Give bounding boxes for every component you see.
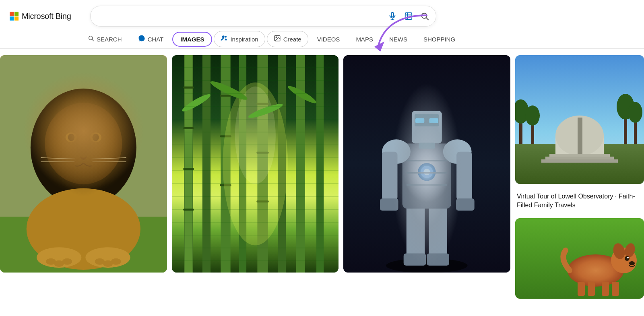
observatory-image[interactable] (515, 55, 644, 184)
tab-inspiration-label: Inspiration (230, 36, 258, 43)
svg-line-21 (41, 158, 75, 159)
svg-rect-50 (220, 184, 231, 186)
image-col-3 (343, 55, 510, 299)
tab-search-label: SEARCH (97, 36, 122, 43)
ironman-image[interactable] (343, 55, 510, 273)
svg-point-74 (421, 166, 433, 178)
svg-point-75 (424, 169, 430, 175)
svg-point-67 (382, 139, 411, 164)
chat-icon (138, 35, 145, 43)
visual-search-button[interactable] (403, 11, 414, 21)
microsoft-logo (10, 12, 19, 21)
tab-chat[interactable]: CHAT (131, 30, 171, 48)
svg-point-32 (103, 260, 113, 267)
search-input[interactable] (90, 6, 436, 27)
svg-rect-1 (391, 12, 394, 17)
svg-point-30 (62, 258, 72, 265)
svg-line-8 (92, 39, 94, 41)
svg-point-19 (68, 134, 74, 141)
svg-point-107 (629, 261, 635, 265)
svg-point-29 (54, 260, 64, 267)
svg-point-59 (286, 84, 318, 105)
tab-images[interactable]: IMAGES (172, 32, 212, 47)
bamboo-image[interactable] (172, 55, 339, 273)
svg-rect-45 (183, 127, 194, 129)
svg-point-56 (180, 92, 212, 114)
svg-rect-83 (407, 184, 447, 186)
image-col-4: Virtual Tour of Lowell Observatory · Fai… (515, 55, 644, 299)
svg-rect-4 (405, 13, 412, 20)
svg-rect-99 (541, 159, 618, 163)
search-icon-group (387, 11, 430, 21)
svg-rect-78 (415, 118, 424, 123)
svg-rect-39 (239, 55, 246, 273)
brand-name: Microsoft Bing (22, 12, 71, 21)
svg-point-55 (235, 87, 275, 184)
svg-rect-96 (578, 118, 582, 156)
logo-green-sq (14, 12, 19, 16)
svg-line-6 (426, 18, 428, 20)
svg-rect-111 (612, 282, 619, 296)
svg-rect-35 (184, 55, 193, 273)
search-button[interactable] (419, 11, 430, 21)
tab-videos[interactable]: VIDEOS (310, 31, 347, 48)
svg-point-26 (37, 247, 81, 268)
create-icon (274, 35, 281, 43)
tab-create-label: Create (283, 36, 301, 43)
tab-shopping[interactable]: SHOPPING (416, 31, 462, 48)
svg-rect-42 (296, 55, 305, 273)
svg-rect-49 (220, 135, 231, 137)
svg-point-105 (625, 256, 630, 261)
svg-rect-82 (407, 172, 447, 173)
svg-line-23 (92, 158, 126, 159)
svg-rect-110 (602, 282, 609, 296)
tab-chat-label: CHAT (148, 36, 164, 43)
tab-create[interactable]: Create (267, 31, 308, 47)
svg-rect-38 (221, 55, 230, 273)
svg-rect-71 (380, 198, 398, 211)
header: Microsoft Bing (0, 0, 644, 27)
image-col-2 (172, 55, 339, 299)
svg-rect-13 (0, 55, 167, 273)
inspiration-icon (221, 35, 228, 43)
svg-rect-72 (456, 198, 475, 211)
svg-rect-53 (256, 200, 268, 202)
svg-rect-80 (419, 143, 435, 149)
svg-point-54 (223, 83, 288, 246)
lion-image[interactable] (0, 55, 167, 273)
svg-point-58 (247, 101, 284, 120)
svg-rect-70 (457, 152, 472, 200)
tab-search[interactable]: SEARCH (80, 30, 129, 48)
svg-point-93 (628, 102, 642, 123)
tab-videos-label: VIDEOS (317, 36, 340, 43)
svg-point-89 (525, 105, 540, 126)
svg-rect-37 (202, 55, 211, 273)
tab-news[interactable]: NEWS (382, 31, 415, 48)
svg-rect-69 (382, 152, 397, 200)
svg-rect-52 (256, 152, 268, 154)
svg-point-106 (627, 257, 629, 258)
svg-rect-43 (316, 55, 324, 273)
dog-image[interactable] (515, 218, 644, 299)
svg-rect-76 (412, 111, 442, 144)
svg-rect-81 (407, 160, 447, 161)
mic-button[interactable] (387, 11, 398, 21)
tab-maps[interactable]: MAPS (349, 31, 380, 48)
svg-rect-44 (183, 87, 194, 89)
svg-point-68 (443, 139, 472, 164)
logo-red-sq (10, 12, 14, 16)
svg-point-10 (225, 36, 227, 38)
svg-rect-108 (578, 282, 585, 296)
tab-shopping-label: SHOPPING (423, 36, 455, 43)
svg-point-61 (386, 258, 468, 273)
svg-point-73 (418, 163, 436, 181)
svg-point-27 (85, 247, 130, 268)
svg-point-33 (111, 258, 121, 265)
svg-rect-41 (278, 55, 286, 273)
tab-inspiration[interactable]: Inspiration (214, 31, 265, 47)
svg-point-16 (45, 103, 122, 184)
svg-point-57 (209, 78, 249, 102)
image-grid: Virtual Tour of Lowell Observatory · Fai… (0, 49, 644, 299)
svg-rect-48 (220, 95, 231, 97)
svg-rect-98 (545, 157, 614, 160)
